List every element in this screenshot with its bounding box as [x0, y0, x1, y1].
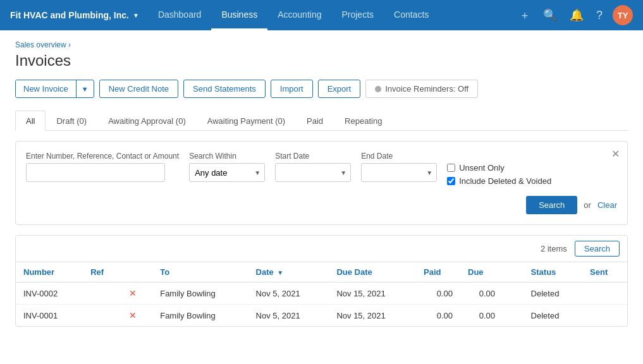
end-date-label: End Date — [361, 152, 437, 161]
end-date-select[interactable] — [361, 163, 437, 182]
date-sort-icon: ▼ — [277, 269, 283, 276]
cell-due: 0.00 — [460, 282, 503, 305]
tab-awaiting-payment[interactable]: Awaiting Payment (0) — [197, 111, 296, 131]
export-button[interactable]: Export — [318, 80, 361, 98]
tab-repeating[interactable]: Repeating — [334, 111, 393, 131]
send-statements-button[interactable]: Send Statements — [183, 80, 266, 98]
search-within-field-group: Search Within Any date This month Last m… — [189, 152, 265, 182]
table-header-row: Number Ref To Date ▼ Due Date Paid Due S… — [16, 262, 627, 282]
cell-status: Deleted — [524, 305, 582, 327]
avatar[interactable]: TY — [613, 5, 633, 25]
th-delete — [121, 262, 152, 282]
new-credit-note-button[interactable]: New Credit Note — [99, 80, 178, 98]
nav-item-business[interactable]: Business — [211, 0, 267, 30]
start-date-field-group: Start Date ▼ — [275, 152, 351, 182]
number-input[interactable] — [26, 163, 165, 182]
table-row: INV-0001 ✕ Family Bowling Nov 5, 2021 No… — [16, 305, 627, 327]
th-number[interactable]: Number — [16, 262, 83, 282]
import-button[interactable]: Import — [271, 80, 313, 98]
include-deleted-checkbox[interactable] — [447, 177, 455, 185]
clear-button[interactable]: Clear — [597, 200, 617, 210]
cell-to[interactable]: Family Bowling — [152, 282, 248, 305]
new-invoice-dropdown-button[interactable]: ▼ — [77, 82, 94, 97]
cell-to[interactable]: Family Bowling — [152, 305, 248, 327]
cell-spacer — [503, 282, 524, 305]
th-due-date[interactable]: Due Date — [329, 262, 416, 282]
breadcrumb[interactable]: Sales overview › — [15, 40, 628, 49]
tab-paid[interactable]: Paid — [296, 111, 334, 131]
company-selector[interactable]: Fit HVAC and Plumbing, Inc. ▼ — [10, 10, 148, 20]
items-count: 2 items — [541, 244, 567, 253]
checkboxes: Unsent Only Include Deleted & Voided — [447, 152, 551, 186]
start-date-select-wrap: ▼ — [275, 163, 351, 182]
search-within-select[interactable]: Any date This month Last month This year — [189, 163, 265, 182]
cell-paid: 0.00 — [416, 305, 460, 327]
cell-sent — [582, 282, 627, 305]
delete-icon[interactable]: ✕ — [129, 288, 137, 298]
unsent-only-checkbox[interactable] — [447, 164, 455, 172]
search-panel-close-button[interactable]: ✕ — [611, 148, 620, 160]
cell-delete: ✕ — [121, 305, 152, 327]
table-row: INV-0002 ✕ Family Bowling Nov 5, 2021 No… — [16, 282, 627, 305]
search-within-label: Search Within — [189, 152, 265, 161]
search-panel: ✕ Enter Number, Reference, Contact or Am… — [15, 141, 628, 225]
nav-item-accounting[interactable]: Accounting — [267, 0, 331, 30]
page-title: Invoices — [15, 52, 628, 70]
end-date-field-group: End Date ▼ — [361, 152, 437, 182]
delete-icon[interactable]: ✕ — [129, 310, 137, 320]
cell-ref — [83, 282, 121, 305]
company-name: Fit HVAC and Plumbing, Inc. — [10, 10, 129, 20]
cell-due-date: Nov 15, 2021 — [329, 282, 416, 305]
nav-item-dashboard[interactable]: Dashboard — [148, 0, 212, 30]
tab-draft[interactable]: Draft (0) — [46, 111, 97, 131]
cell-status: Deleted — [524, 282, 582, 305]
cell-due: 0.00 — [460, 305, 503, 327]
new-invoice-button[interactable]: New Invoice — [16, 80, 77, 97]
tab-awaiting-approval[interactable]: Awaiting Approval (0) — [97, 111, 197, 131]
unsent-only-label: Unsent Only — [459, 163, 505, 173]
include-deleted-row: Include Deleted & Voided — [447, 176, 551, 186]
nav-item-projects[interactable]: Projects — [331, 0, 384, 30]
results-header: 2 items Search — [16, 236, 627, 262]
cell-date: Nov 5, 2021 — [248, 282, 329, 305]
include-deleted-label: Include Deleted & Voided — [459, 176, 551, 186]
tabs: All Draft (0) Awaiting Approval (0) Awai… — [15, 111, 628, 131]
new-invoice-button-group: New Invoice ▼ — [15, 80, 94, 98]
invoice-reminders-button[interactable]: Invoice Reminders: Off — [365, 80, 478, 98]
cell-sent — [582, 305, 627, 327]
th-to[interactable]: To — [152, 262, 248, 282]
th-status[interactable]: Status — [524, 262, 582, 282]
th-date[interactable]: Date ▼ — [248, 262, 329, 282]
search-button[interactable]: Search — [526, 196, 577, 214]
th-due[interactable]: Due — [460, 262, 503, 282]
cell-spacer — [503, 305, 524, 327]
tab-all[interactable]: All — [15, 111, 46, 131]
notifications-icon[interactable]: 🔔 — [567, 6, 586, 25]
help-icon[interactable]: ? — [594, 6, 605, 25]
th-ref[interactable]: Ref — [83, 262, 121, 282]
company-chevron-icon: ▼ — [133, 12, 139, 19]
results-search-button[interactable]: Search — [575, 241, 620, 257]
data-table: Number Ref To Date ▼ Due Date Paid Due S… — [16, 262, 627, 326]
invoice-reminders-label: Invoice Reminders: Off — [385, 84, 468, 94]
search-icon[interactable]: 🔍 — [541, 6, 560, 25]
th-sent[interactable]: Sent — [582, 262, 627, 282]
page-content: Sales overview › Invoices New Invoice ▼ … — [0, 30, 643, 364]
cell-number: INV-0001 — [16, 305, 83, 327]
search-fields: Enter Number, Reference, Contact or Amou… — [26, 152, 617, 186]
search-actions: Search or Clear — [26, 196, 617, 214]
results-area: 2 items Search Number Ref To Date ▼ Due … — [15, 235, 628, 327]
nav-item-contacts[interactable]: Contacts — [384, 0, 439, 30]
add-icon[interactable]: ＋ — [517, 5, 533, 25]
start-date-select[interactable] — [275, 163, 351, 182]
end-date-select-wrap: ▼ — [361, 163, 437, 182]
number-field-group: Enter Number, Reference, Contact or Amou… — [26, 152, 179, 182]
cell-ref — [83, 305, 121, 327]
th-paid[interactable]: Paid — [416, 262, 460, 282]
cell-due-date: Nov 15, 2021 — [329, 305, 416, 327]
action-bar: New Invoice ▼ New Credit Note Send State… — [15, 80, 628, 98]
reminder-status-dot — [375, 86, 381, 92]
number-label: Enter Number, Reference, Contact or Amou… — [26, 152, 179, 161]
unsent-only-row: Unsent Only — [447, 163, 551, 173]
nav-right: ＋ 🔍 🔔 ? TY — [517, 5, 633, 25]
